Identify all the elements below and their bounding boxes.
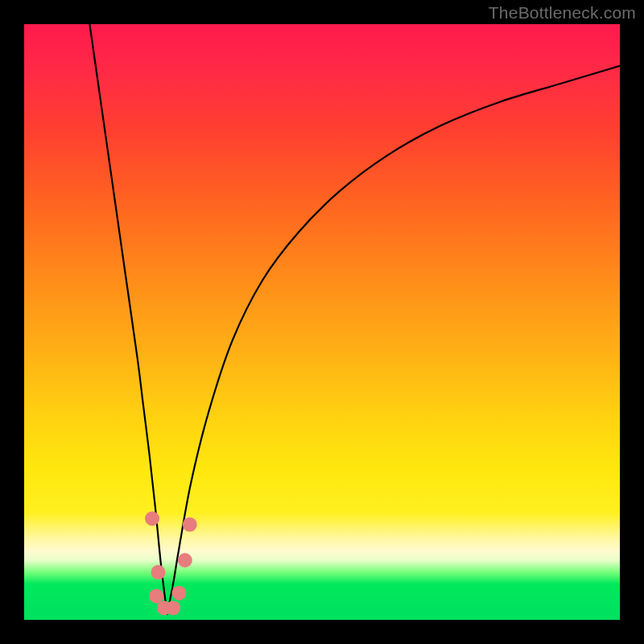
curve-right-branch <box>167 66 620 614</box>
chart-marker <box>149 588 163 603</box>
chart-svg <box>24 24 620 620</box>
chart-marker <box>171 586 186 601</box>
chart-markers <box>145 511 197 615</box>
chart-marker <box>166 601 180 615</box>
chart-frame: TheBottleneck.com <box>0 0 644 644</box>
curve-left-branch <box>89 24 167 614</box>
chart-marker <box>178 553 192 568</box>
watermark-text: TheBottleneck.com <box>489 3 636 23</box>
chart-marker <box>183 518 197 532</box>
chart-marker <box>151 565 166 580</box>
chart-plot-area <box>24 24 620 620</box>
chart-marker <box>145 511 159 526</box>
